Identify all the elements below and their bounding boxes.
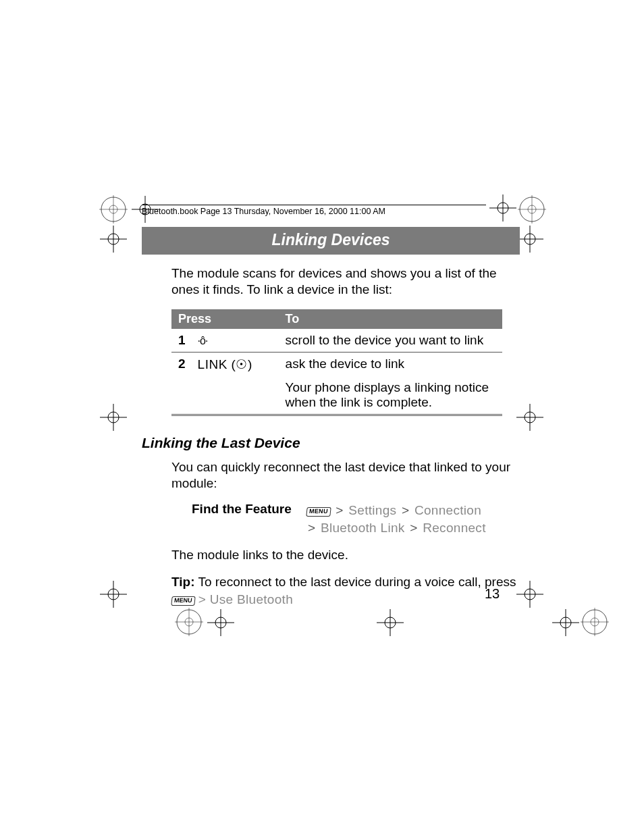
instructions-table: Press To 1 ·ô· scroll to the device you … [171, 309, 502, 416]
rosette-top-left [98, 194, 129, 225]
page-content: Linking Devices The module scans for dev… [142, 203, 520, 608]
section-subhead: Linking the Last Device [142, 435, 520, 451]
menu-key-icon: MENU [306, 507, 331, 517]
links-text: The module links to the device. [142, 547, 520, 564]
nav-dot-icon: ·ô· [198, 335, 208, 346]
crop-mark [207, 609, 234, 636]
crop-mark [100, 581, 127, 608]
table-row: 1 ·ô· scroll to the device you want to l… [171, 329, 502, 353]
crop-mark [516, 226, 543, 253]
crop-mark [516, 581, 543, 608]
press-action: ·ô· [191, 329, 279, 353]
crop-mark [100, 226, 127, 253]
crop-mark [552, 609, 579, 636]
step-desc: ask the device to link [279, 352, 502, 376]
tip-text: Tip: To reconnect to the last device dur… [142, 573, 520, 608]
rosette-bottom-right [579, 606, 610, 637]
step-number: 2 [171, 352, 191, 376]
crop-mark [516, 404, 543, 431]
press-action: LINK (☉) [191, 352, 279, 376]
find-the-feature: Find the Feature MENU > Settings > Conne… [142, 502, 520, 536]
sub-intro: You can quickly reconnect the last devic… [142, 459, 520, 492]
step-desc: scroll to the device you want to link [279, 329, 502, 353]
table-row: Your phone displays a linking notice whe… [171, 376, 502, 415]
col-to: To [279, 309, 502, 329]
step-number: 1 [171, 329, 191, 353]
page-title: Linking Devices [142, 227, 520, 255]
crop-mark [377, 609, 404, 636]
rosette-top-right [516, 194, 547, 225]
feature-path: MENU > Settings > Connection > Bluetooth… [306, 502, 486, 536]
table-row: 2 LINK (☉) ask the device to link [171, 352, 502, 376]
step-desc-extra: Your phone displays a linking notice whe… [279, 376, 502, 415]
menu-key-icon: MENU [171, 596, 195, 606]
col-press: Press [171, 309, 279, 329]
rosette-bottom-left [173, 606, 205, 637]
page-number: 13 [485, 586, 500, 602]
feature-label: Find the Feature [192, 502, 306, 536]
crop-mark [100, 404, 127, 431]
intro-text: The module scans for devices and shows y… [142, 265, 520, 298]
tip-label: Tip: [171, 575, 194, 589]
